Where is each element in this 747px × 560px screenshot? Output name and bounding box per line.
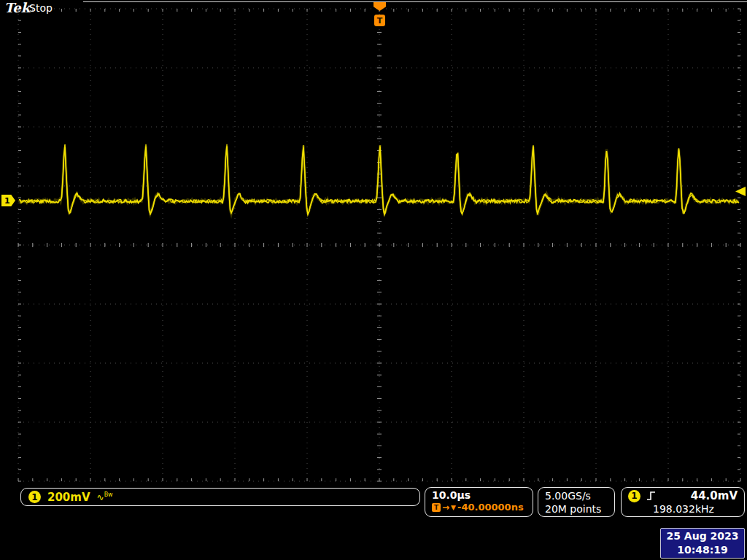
coupling-icon: ∿ bbox=[97, 492, 104, 502]
trigger-slope-icon bbox=[646, 491, 656, 501]
horizontal-readout-box[interactable]: 10.0µs T → ▼ -40.00000ns bbox=[425, 487, 533, 517]
sample-rate: 5.00GS/s bbox=[545, 489, 608, 502]
trigger-readout-box[interactable]: 1 44.0mV 198.032kHz bbox=[621, 487, 745, 517]
acquisition-readout-box[interactable]: 5.00GS/s 20M points bbox=[538, 487, 615, 517]
acquisition-status: Stop bbox=[29, 2, 53, 14]
trigger-frequency: 198.032kHz bbox=[653, 503, 738, 515]
channel1-coupling: ∿Bw bbox=[97, 492, 113, 502]
trigger-marker-icon: ▼ bbox=[451, 504, 456, 511]
bandwidth-label: Bw bbox=[104, 491, 113, 498]
trigger-source-icon: T bbox=[432, 503, 441, 512]
time-label: 10:48:19 bbox=[677, 543, 728, 557]
record-length: 20M points bbox=[545, 502, 608, 516]
channel1-readout-box[interactable]: 1 200mV ∿Bw bbox=[20, 488, 420, 506]
channel1-scale: 200mV bbox=[47, 491, 90, 504]
trigger-delay-value: -40.00000ns bbox=[457, 502, 524, 513]
trigger-position-badge[interactable]: T bbox=[374, 15, 385, 26]
top-border-line bbox=[83, 1, 747, 2]
trigger-delay-readout: T → ▼ -40.00000ns bbox=[432, 502, 526, 513]
trigger-source-badge: 1 bbox=[628, 490, 640, 502]
horizontal-scale: 10.0µs bbox=[432, 489, 526, 501]
trigger-level-value: 44.0mV bbox=[691, 489, 738, 502]
brand-logo: Tek bbox=[4, 0, 30, 15]
trigger-source-row: 1 44.0mV bbox=[628, 489, 738, 502]
channel1-badge: 1 bbox=[28, 491, 41, 503]
graticule-and-waveform bbox=[0, 0, 747, 560]
oscilloscope-screen: Tek Stop T 1 1 200mV ∿Bw 10.0µs T → ▼ -4… bbox=[0, 0, 747, 560]
date-label: 25 Aug 2023 bbox=[666, 529, 738, 543]
arrow-right-icon: → bbox=[442, 502, 449, 513]
datetime-box: 25 Aug 2023 10:48:19 bbox=[660, 528, 745, 559]
